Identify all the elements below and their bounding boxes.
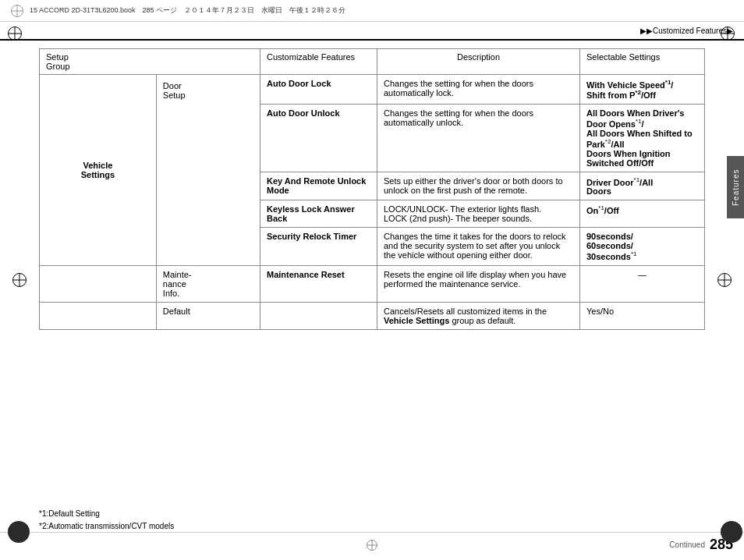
description-security-relock: Changes the time it takes for the doors … <box>377 228 580 266</box>
settings-keyless: On*1/Off <box>580 200 705 228</box>
settings-key-remote: Driver Door*1/AllDoors <box>580 172 705 200</box>
blank-setup-cell <box>40 265 157 302</box>
header-crosshair-icon <box>11 5 23 17</box>
blank-setup-cell2 <box>40 302 157 329</box>
footnote-1: *1:Default Setting <box>39 508 174 520</box>
corner-br-icon <box>721 521 736 537</box>
breadcrumb: ▶▶Customized Features▶ <box>640 27 733 35</box>
corner-tr-icon <box>721 27 736 42</box>
col-header-description: Description <box>377 49 580 75</box>
settings-auto-door-lock: With Vehicle Speed*1/Shift from P*2/Off <box>580 75 705 105</box>
col-header-setup: SetupGroup <box>40 49 260 75</box>
settings-security-relock: 90seconds/60seconds/30seconds*1 <box>580 228 705 266</box>
col-header-customizable: Customizable Features <box>260 49 377 75</box>
settings-default: Yes/No <box>580 302 705 329</box>
side-tab-features: Features <box>727 156 744 218</box>
mid-crosshair-left-icon <box>12 273 27 287</box>
feature-name-maintenance-reset: Maintenance Reset <box>260 265 377 302</box>
table-row: VehicleSettings DoorSetup Auto Door Lock… <box>40 75 705 105</box>
bottom-crosshair-icon <box>367 540 377 551</box>
feature-name-default <box>260 302 377 329</box>
corner-bl-icon <box>8 521 23 537</box>
description-keyless: LOCK/UNLOCK- The exterior lights flash.L… <box>377 200 580 228</box>
feature-name-auto-door-lock: Auto Door Lock <box>260 75 377 105</box>
continued-text: Continued <box>669 541 705 549</box>
header-strip: 15 ACCORD 2D-31T3L6200.book 285 ページ ２０１４… <box>0 0 744 22</box>
maintenance-group-label: Mainte-nanceInfo. <box>156 265 260 302</box>
description-auto-door-lock: Changes the setting for when the doors a… <box>377 75 580 105</box>
feature-name-keyless: Keyless Lock Answer Back <box>260 200 377 228</box>
settings-auto-door-unlock: All Doors When Driver's Door Opens*1/All… <box>580 105 705 172</box>
header-file-info: 15 ACCORD 2D-31T3L6200.book 285 ページ ２０１４… <box>30 5 345 16</box>
footnote-2: *2:Automatic transmission/CVT models <box>39 520 174 533</box>
description-key-remote: Sets up either the driver's door or both… <box>377 172 580 200</box>
table-row: Mainte-nanceInfo. Maintenance Reset Rese… <box>40 265 705 302</box>
feature-name-auto-door-unlock: Auto Door Unlock <box>260 105 377 172</box>
description-maintenance-reset: Resets the engine oil life display when … <box>377 265 580 302</box>
description-default: Cancels/Resets all customized items in t… <box>377 302 580 329</box>
default-group-label: Default <box>156 302 260 329</box>
table-row: Default Cancels/Resets all customized it… <box>40 302 705 329</box>
door-setup-label: DoorSetup <box>156 75 260 266</box>
feature-name-key-remote: Key And Remote Unlock Mode <box>260 172 377 200</box>
nav-bar: ▶▶Customized Features▶ <box>0 22 744 41</box>
description-auto-door-unlock: Changes the setting for when the doors a… <box>377 105 580 172</box>
feature-name-security-relock: Security Relock Timer <box>260 228 377 266</box>
mid-crosshair-right-icon <box>717 273 732 287</box>
corner-tl-icon <box>8 27 23 42</box>
settings-maintenance-reset: — <box>580 265 705 302</box>
vehicle-settings-label: VehicleSettings <box>40 75 157 266</box>
features-table: SetupGroup Customizable Features Descrip… <box>39 48 705 330</box>
footnotes: *1:Default Setting *2:Automatic transmis… <box>39 508 174 533</box>
col-header-selectable: Selectable Settings <box>580 49 705 75</box>
main-content: SetupGroup Customizable Features Descrip… <box>39 48 705 513</box>
